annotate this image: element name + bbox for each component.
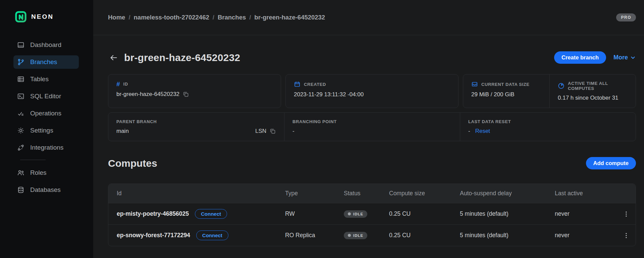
active-time-value: 0.17 h since October 31 bbox=[558, 95, 619, 101]
copy-icon[interactable] bbox=[269, 128, 276, 135]
sidebar-item-settings[interactable]: Settings bbox=[13, 124, 79, 137]
sidebar-item-databases[interactable]: Databases bbox=[13, 183, 79, 197]
database-icon bbox=[17, 186, 24, 194]
status-dot-icon bbox=[348, 234, 351, 237]
add-compute-button[interactable]: Add compute bbox=[586, 157, 636, 169]
sidebar-item-label: Integrations bbox=[30, 144, 63, 151]
sidebar-item-label: Branches bbox=[30, 58, 57, 66]
last-data-reset-value: - bbox=[468, 128, 470, 135]
create-branch-button[interactable]: Create branch bbox=[554, 51, 606, 64]
table-row: ep-snowy-forest-77172294 Connect RO Repl… bbox=[108, 224, 636, 246]
last-data-reset-section: LAST DATA RESET - Reset bbox=[460, 113, 636, 141]
brand-name: NEON bbox=[31, 13, 54, 20]
compute-size: 0.25 CU bbox=[389, 232, 460, 239]
neon-logo-icon bbox=[15, 11, 27, 23]
id-label: ID bbox=[123, 82, 128, 87]
table-header-row: Id Type Status Compute size Auto-suspend… bbox=[108, 184, 636, 203]
branching-point-label: BRANCHING POINT bbox=[292, 119, 337, 124]
connect-button[interactable]: Connect bbox=[195, 209, 227, 219]
more-label: More bbox=[613, 54, 628, 61]
breadcrumb-separator: / bbox=[213, 14, 214, 21]
connect-button[interactable]: Connect bbox=[196, 230, 228, 240]
hash-icon: # bbox=[116, 81, 120, 87]
last-active: never bbox=[555, 232, 617, 239]
compute-type: RO Replica bbox=[285, 232, 344, 239]
parent-branch-value: main bbox=[116, 128, 129, 135]
card-id: # ID br-green-haze-64520232 bbox=[108, 74, 281, 108]
last-active: never bbox=[555, 210, 617, 217]
content: br-green-haze-64520232 Create branch Mor… bbox=[93, 35, 644, 246]
topbar: Home / nameless-tooth-27022462 / Branche… bbox=[93, 0, 644, 35]
status-badge: IDLE bbox=[344, 210, 367, 218]
column-header-status: Status bbox=[344, 190, 389, 197]
sidebar-item-integrations[interactable]: Integrations bbox=[13, 141, 79, 154]
breadcrumb-home[interactable]: Home bbox=[108, 14, 125, 21]
data-size-value: 29 MiB / 200 GiB bbox=[471, 91, 515, 98]
more-dropdown[interactable]: More bbox=[613, 54, 636, 61]
current-data-size-section: CURRENT DATA SIZE 29 MiB / 200 GiB bbox=[463, 74, 549, 108]
created-value: 2023-11-29 13:11:32 -04:00 bbox=[294, 91, 364, 98]
sidebar-item-tables[interactable]: Tables bbox=[13, 72, 79, 86]
active-time-label: ACTIVE TIME ALL COMPUTES bbox=[568, 81, 628, 91]
sidebar-item-label: Settings bbox=[30, 127, 53, 134]
page-title: br-green-haze-64520232 bbox=[124, 52, 240, 63]
terminal-icon bbox=[17, 93, 24, 100]
breadcrumb-separator: / bbox=[128, 14, 130, 21]
created-label: CREATED bbox=[304, 82, 326, 87]
column-header-last-active: Last active bbox=[555, 190, 617, 197]
row-menu-button[interactable] bbox=[617, 232, 636, 239]
computes-table: Id Type Status Compute size Auto-suspend… bbox=[108, 184, 636, 246]
breadcrumb: Home / nameless-tooth-27022462 / Branche… bbox=[108, 14, 325, 21]
sidebar-divider bbox=[20, 160, 46, 160]
active-time-section: ACTIVE TIME ALL COMPUTES 0.17 h since Oc… bbox=[549, 74, 636, 108]
sidebar-item-dashboard[interactable]: Dashboard bbox=[13, 38, 79, 52]
sidebar: NEON Dashboard Branches bbox=[0, 0, 93, 258]
reset-link[interactable]: Reset bbox=[475, 128, 490, 135]
status-dot-icon bbox=[348, 212, 351, 215]
copy-icon[interactable] bbox=[182, 91, 189, 98]
branch-detail-cards: # ID br-green-haze-64520232 bbox=[108, 74, 636, 108]
operations-icon bbox=[17, 110, 24, 117]
column-header-compute-size: Compute size bbox=[389, 190, 460, 197]
sidebar-item-label: Tables bbox=[30, 75, 49, 83]
breadcrumb-separator: / bbox=[249, 14, 251, 21]
table-icon bbox=[17, 75, 24, 83]
storage-icon bbox=[471, 81, 478, 88]
breadcrumb-branches[interactable]: Branches bbox=[218, 14, 246, 21]
parent-branch-section: PARENT BRANCH main LSN bbox=[108, 113, 284, 141]
data-size-label: CURRENT DATA SIZE bbox=[481, 82, 530, 87]
sidebar-item-label: Roles bbox=[30, 169, 47, 176]
branching-point-value: - bbox=[292, 128, 294, 135]
brand[interactable]: NEON bbox=[0, 9, 93, 24]
sidebar-item-sql-editor[interactable]: SQL Editor bbox=[13, 90, 79, 103]
plan-badge: PRO bbox=[616, 13, 636, 21]
compute-size: 0.25 CU bbox=[389, 210, 460, 217]
users-icon bbox=[17, 169, 24, 176]
parent-branch-label: PARENT BRANCH bbox=[116, 119, 157, 124]
card-created: CREATED 2023-11-29 13:11:32 -04:00 bbox=[285, 74, 459, 108]
sidebar-item-operations[interactable]: Operations bbox=[13, 107, 79, 120]
breadcrumb-current-branch[interactable]: br-green-haze-64520232 bbox=[254, 14, 325, 21]
lsn-label: LSN bbox=[255, 128, 266, 135]
back-button[interactable] bbox=[108, 52, 119, 63]
calendar-icon bbox=[294, 81, 301, 88]
endpoint-id: ep-snowy-forest-77172294 bbox=[117, 232, 190, 239]
sidebar-item-roles[interactable]: Roles bbox=[13, 166, 79, 179]
sidebar-item-label: Databases bbox=[30, 186, 61, 194]
column-header-id: Id bbox=[108, 190, 285, 197]
branch-lineage-card: PARENT BRANCH main LSN bbox=[108, 112, 636, 141]
sidebar-item-branches[interactable]: Branches bbox=[13, 55, 79, 69]
row-menu-button[interactable] bbox=[617, 211, 636, 217]
main-area: Home / nameless-tooth-27022462 / Branche… bbox=[93, 0, 644, 258]
card-usage: CURRENT DATA SIZE 29 MiB / 200 GiB bbox=[463, 74, 636, 108]
computes-title: Computes bbox=[108, 158, 157, 169]
integrations-icon bbox=[17, 144, 24, 151]
auto-suspend-delay: 5 minutes (default) bbox=[460, 232, 555, 239]
computes-header: Computes Add compute bbox=[108, 157, 636, 169]
sidebar-item-label: SQL Editor bbox=[30, 93, 61, 100]
sidebar-nav: Dashboard Branches bbox=[0, 38, 93, 197]
column-header-auto-suspend: Auto-suspend delay bbox=[460, 190, 555, 197]
sidebar-item-label: Dashboard bbox=[30, 41, 61, 49]
breadcrumb-project[interactable]: nameless-tooth-27022462 bbox=[134, 14, 209, 21]
title-row: br-green-haze-64520232 Create branch Mor… bbox=[108, 51, 636, 64]
